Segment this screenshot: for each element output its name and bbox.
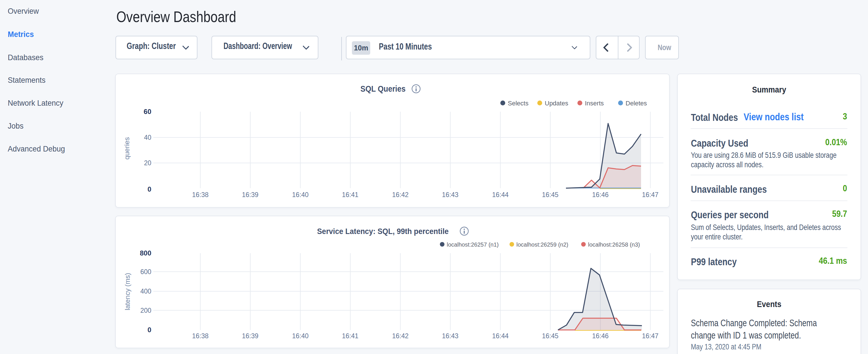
svg-text:0: 0 (148, 326, 151, 334)
svg-text:16:47: 16:47 (642, 191, 658, 198)
svg-text:0: 0 (148, 185, 151, 193)
svg-text:16:44: 16:44 (492, 332, 509, 340)
svg-text:400: 400 (141, 288, 151, 295)
svg-text:16:42: 16:42 (392, 191, 409, 198)
svg-text:latency (ms): latency (ms) (124, 273, 131, 311)
svg-text:60: 60 (144, 108, 151, 116)
svg-text:16:46: 16:46 (592, 332, 609, 340)
svg-text:16:46: 16:46 (592, 191, 609, 198)
svg-text:16:39: 16:39 (242, 332, 258, 340)
svg-text:16:44: 16:44 (492, 191, 509, 198)
svg-text:16:40: 16:40 (292, 191, 309, 198)
svg-text:16:47: 16:47 (642, 332, 658, 340)
svg-text:16:41: 16:41 (342, 191, 359, 198)
svg-text:16:43: 16:43 (442, 332, 459, 340)
svg-text:16:38: 16:38 (192, 191, 209, 198)
svg-text:16:42: 16:42 (392, 332, 409, 340)
svg-text:16:39: 16:39 (242, 191, 258, 198)
svg-text:16:38: 16:38 (192, 332, 209, 340)
svg-text:20: 20 (144, 159, 151, 167)
svg-text:16:45: 16:45 (542, 191, 559, 198)
svg-text:16:40: 16:40 (292, 332, 309, 340)
svg-text:800: 800 (140, 249, 151, 257)
svg-text:16:45: 16:45 (542, 332, 559, 340)
svg-text:600: 600 (141, 268, 151, 276)
svg-text:16:43: 16:43 (442, 191, 459, 198)
svg-text:40: 40 (144, 134, 151, 141)
svg-text:16:41: 16:41 (342, 332, 359, 340)
svg-text:200: 200 (141, 307, 151, 314)
svg-text:queries: queries (123, 137, 131, 160)
